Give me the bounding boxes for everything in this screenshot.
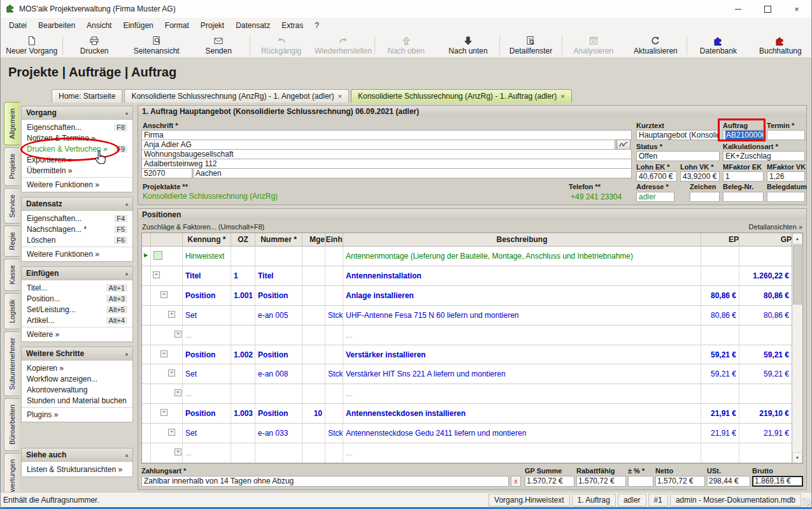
cell-kennung[interactable]: ... (183, 326, 231, 345)
cell-ep[interactable] (701, 266, 739, 285)
collapse-icon[interactable]: ▴ (125, 201, 128, 207)
expand-node-icon[interactable]: + (168, 429, 175, 436)
cell-einh[interactable] (325, 326, 343, 345)
address-line1-field[interactable]: Firma (141, 130, 632, 140)
cell-kennung[interactable]: Position (183, 404, 231, 423)
module-tab-logistik[interactable]: Logistik (4, 293, 20, 329)
table-row-position-1001[interactable]: − Position 1.001 Position Anlage install… (142, 286, 792, 306)
header-gp[interactable]: GP (739, 233, 792, 246)
sidebar-item-kopieren[interactable]: Kopieren » (22, 362, 132, 373)
cell-kennung[interactable]: Set (183, 306, 231, 325)
address-ort-field[interactable]: Aachen (193, 168, 632, 178)
section-header-datensatz[interactable]: Datensatz▴ (22, 197, 132, 211)
cell-mge[interactable] (303, 384, 325, 403)
menu-item-format[interactable]: Format (159, 19, 195, 32)
cell-einh[interactable]: Stck (325, 306, 343, 325)
section-header-siehe-auch[interactable]: Siehe auch▴ (22, 448, 132, 462)
cell-ep[interactable] (701, 443, 739, 462)
cell-beschreibung[interactable]: Verstärker HIT Sns 221 A liefern und mon… (343, 364, 701, 384)
cell-gp[interactable]: 80,86 € (739, 286, 792, 305)
menu-item-hilfe[interactable]: ? (309, 19, 325, 32)
address-plz-field[interactable]: 52070 (141, 168, 192, 178)
sidebar-item-workflow-anzeigen[interactable]: Workflow anzeigen... (22, 373, 132, 384)
cell-beschreibung[interactable]: Antennensteckdosen installieren (343, 404, 701, 423)
menu-item-datei[interactable]: Datei (3, 19, 32, 32)
cell-ep[interactable]: 59,21 € (701, 345, 739, 364)
tab-auftrag-active[interactable]: Konsolidierte Schlussrechnung (AnzRg) - … (351, 89, 572, 103)
lohn-ek-field[interactable]: 40,6700 € (636, 171, 677, 182)
cell-nummer[interactable]: Position (255, 286, 303, 305)
sidebar-item-stunden-material[interactable]: Stunden und Material buchen (22, 395, 132, 406)
cell-einh[interactable] (325, 266, 343, 285)
cell-mge[interactable] (303, 286, 325, 305)
table-row-position-1002[interactable]: − Position 1.002 Position Verstärker ins… (142, 345, 792, 365)
table-row-set-ean033[interactable]: + Set e-an 033 Stck Antennensteckdose Ge… (142, 424, 792, 443)
collapse-icon[interactable]: ▴ (125, 271, 128, 276)
cell-nummer[interactable] (255, 247, 303, 266)
module-tab-kasse[interactable]: Kasse (4, 259, 20, 291)
cell-ep[interactable] (701, 326, 739, 345)
section-header-einfuegen[interactable]: Einfügen▴ (22, 267, 132, 280)
zuschlaege-faktoren-link[interactable]: Zuschläge & Faktoren... (Umschalt+F8) (142, 223, 264, 231)
cell-gp[interactable]: 219,10 € (739, 404, 792, 423)
cell-gp[interactable] (739, 326, 792, 345)
cell-oz[interactable]: 1.001 (231, 286, 255, 305)
table-row-titel-1[interactable]: − Titel 1 Titel Antenneninstallation 1.2… (142, 266, 792, 286)
cell-gp[interactable] (739, 443, 792, 462)
cell-oz[interactable] (231, 364, 255, 384)
collapse-icon[interactable]: ▴ (125, 452, 128, 458)
cell-mge[interactable] (303, 326, 325, 345)
cell-beschreibung[interactable]: Anlage installieren (343, 286, 701, 305)
cell-beschreibung[interactable]: ... (343, 443, 701, 462)
kurztext-field[interactable]: Hauptangebot (Konsolidier (636, 130, 720, 140)
cell-nummer[interactable] (255, 326, 303, 345)
resize-grip[interactable] (802, 498, 811, 506)
cell-kennung[interactable]: Titel (183, 266, 231, 285)
cell-kennung[interactable]: Position (183, 345, 231, 364)
table-row-placeholder[interactable]: » ... ... (142, 443, 792, 463)
sidebar-item-weitere-funktionen-datensatz[interactable]: Weitere Funktionen » (22, 248, 132, 259)
cell-kennung[interactable]: Position (183, 286, 231, 305)
cell-mge[interactable] (303, 345, 325, 364)
expand-node-icon[interactable]: + (168, 369, 175, 376)
menu-item-einfuegen[interactable]: Einfügen (117, 19, 159, 32)
sidebar-item-position[interactable]: Position...Alt+3 (22, 293, 132, 304)
cell-gp[interactable] (739, 384, 792, 403)
header-einh[interactable]: Einh (325, 233, 343, 246)
cell-beschreibung[interactable]: Antenneninstallation (343, 266, 701, 285)
module-tab-projekte[interactable]: Projekte (4, 147, 20, 185)
cell-nummer[interactable]: e-an 033 (255, 424, 303, 443)
tab-close-icon[interactable]: × (560, 92, 564, 100)
zahlungsart-field[interactable]: Zahlbar innerhalb von 14 Tagen ohne Abzu… (141, 476, 509, 487)
cell-oz[interactable] (231, 443, 255, 462)
section-header-vorgang[interactable]: Vorgang▴ (22, 106, 132, 120)
cell-mge[interactable]: 10 (303, 404, 325, 423)
sidebar-item-listen-strukturansichten[interactable]: Listen & Strukturansichten » (22, 464, 132, 475)
menu-item-projekt[interactable]: Projekt (195, 19, 230, 32)
cell-oz[interactable]: 1 (231, 266, 255, 285)
remove-zahlungsart-icon[interactable]: x (511, 476, 521, 487)
expand-node-icon[interactable]: + (168, 311, 175, 318)
status-field[interactable]: Offen (636, 151, 720, 161)
cell-nummer[interactable] (255, 384, 303, 403)
collapse-icon[interactable]: ▴ (125, 351, 128, 357)
cell-oz[interactable] (231, 326, 255, 345)
more-node-icon[interactable]: » (175, 448, 182, 455)
header-kennung[interactable]: Kennung * (183, 233, 231, 246)
database-button[interactable]: Datenbank (687, 33, 749, 57)
module-tab-bueroarbeiten[interactable]: Büroarbeiten (4, 398, 20, 451)
more-node-icon[interactable]: » (175, 331, 182, 338)
cell-einh[interactable]: Stck (325, 364, 343, 384)
cell-oz[interactable] (231, 247, 255, 266)
cell-ep[interactable] (701, 384, 739, 403)
cell-ep[interactable] (701, 247, 739, 266)
sidebar-item-drucken-verbuchen[interactable]: Drucken & Verbuchen »F9 (22, 143, 132, 154)
sidebar-item-eigenschaften-vorgang[interactable]: Eigenschaften...F8 (22, 122, 132, 133)
collapse-icon[interactable]: ▴ (125, 110, 128, 116)
accounting-button[interactable]: Buchhaltung (750, 33, 811, 57)
address-line3-field[interactable]: Wohnungsbaugesellschaft (141, 149, 632, 159)
cell-einh[interactable] (325, 247, 343, 266)
scrollbar-thumb[interactable] (793, 245, 802, 305)
cell-mge[interactable] (303, 266, 325, 285)
move-down-button[interactable]: Nach unten (437, 33, 499, 57)
